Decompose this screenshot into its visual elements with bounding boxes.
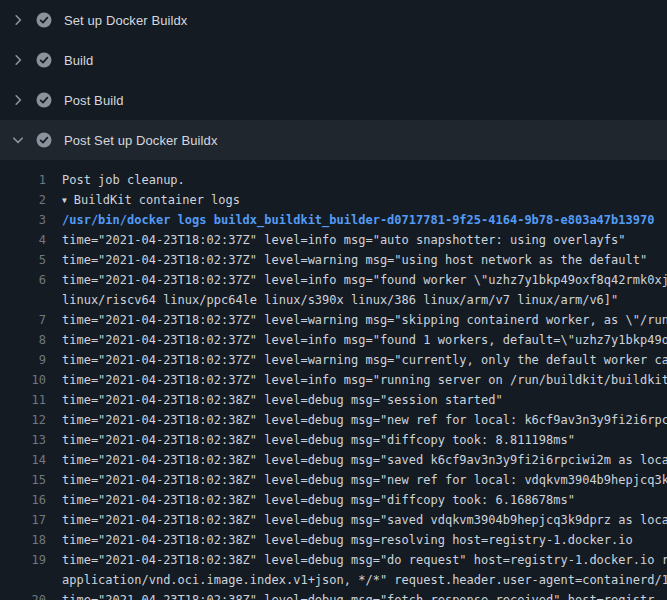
log-text: time="2021-04-23T18:02:38Z" level=debug … bbox=[62, 450, 667, 470]
log-line-wrap: linux/riscv64 linux/ppc64le linux/s390x … bbox=[0, 290, 667, 310]
log-text: application/vnd.oci.image.index.v1+json,… bbox=[62, 570, 667, 590]
log-line: 4 time="2021-04-23T18:02:37Z" level=info… bbox=[0, 230, 667, 250]
log-line: 7 time="2021-04-23T18:02:37Z" level=warn… bbox=[0, 310, 667, 330]
actions-log-viewer: Set up Docker Buildx Build Post Build bbox=[0, 0, 667, 600]
line-number bbox=[0, 570, 46, 590]
check-circle-icon bbox=[36, 12, 52, 28]
step-header-post-build[interactable]: Post Build bbox=[0, 80, 667, 120]
log-text: time="2021-04-23T18:02:37Z" level=warnin… bbox=[62, 310, 667, 330]
line-number[interactable]: 8 bbox=[0, 330, 46, 350]
log-text: time="2021-04-23T18:02:38Z" level=debug … bbox=[62, 510, 667, 530]
log-line: 12 time="2021-04-23T18:02:38Z" level=deb… bbox=[0, 410, 667, 430]
line-number[interactable]: 6 bbox=[0, 270, 46, 290]
log-text: ▼BuildKit container logs bbox=[62, 190, 240, 210]
log-text: /usr/bin/docker logs buildx_buildkit_bui… bbox=[62, 210, 654, 230]
log-line-command: 3 /usr/bin/docker logs buildx_buildkit_b… bbox=[0, 210, 667, 230]
line-number[interactable]: 11 bbox=[0, 390, 46, 410]
line-number[interactable]: 19 bbox=[0, 550, 46, 570]
step-label: Set up Docker Buildx bbox=[64, 13, 187, 28]
step-label: Post Set up Docker Buildx bbox=[64, 133, 218, 148]
step-header-post-set-up-docker-buildx[interactable]: Post Set up Docker Buildx bbox=[0, 120, 667, 160]
log-line: 16 time="2021-04-23T18:02:38Z" level=deb… bbox=[0, 490, 667, 510]
log-text: time="2021-04-23T18:02:38Z" level=debug … bbox=[62, 430, 575, 450]
log-line: 17 time="2021-04-23T18:02:38Z" level=deb… bbox=[0, 510, 667, 530]
log-text: time="2021-04-23T18:02:38Z" level=debug … bbox=[62, 590, 654, 600]
step-label: Build bbox=[64, 53, 93, 68]
check-circle-icon bbox=[36, 132, 52, 148]
log-text: time="2021-04-23T18:02:37Z" level=warnin… bbox=[62, 250, 647, 270]
steps-list: Set up Docker Buildx Build Post Build bbox=[0, 0, 667, 160]
check-circle-icon bbox=[36, 92, 52, 108]
group-label: BuildKit container logs bbox=[74, 193, 240, 207]
log-text: time="2021-04-23T18:02:38Z" level=debug … bbox=[62, 490, 575, 510]
log-line: 8 time="2021-04-23T18:02:37Z" level=info… bbox=[0, 330, 667, 350]
log-line: 5 time="2021-04-23T18:02:37Z" level=warn… bbox=[0, 250, 667, 270]
log-text: time="2021-04-23T18:02:38Z" level=debug … bbox=[62, 470, 667, 490]
log-text: time="2021-04-23T18:02:38Z" level=debug … bbox=[62, 550, 667, 570]
line-number[interactable]: 9 bbox=[0, 350, 46, 370]
line-number[interactable]: 5 bbox=[0, 250, 46, 270]
log-text: time="2021-04-23T18:02:37Z" level=warnin… bbox=[62, 350, 667, 370]
line-number[interactable]: 13 bbox=[0, 430, 46, 450]
log-line: 20 time="2021-04-23T18:02:38Z" level=deb… bbox=[0, 590, 667, 600]
line-number[interactable]: 16 bbox=[0, 490, 46, 510]
line-number[interactable]: 17 bbox=[0, 510, 46, 530]
line-number[interactable]: 1 bbox=[0, 170, 46, 190]
log-text: time="2021-04-23T18:02:37Z" level=info m… bbox=[62, 330, 667, 350]
log-text: Post job cleanup. bbox=[62, 170, 185, 190]
log-line-group[interactable]: 2 ▼BuildKit container logs bbox=[0, 190, 667, 210]
chevron-right-icon bbox=[10, 12, 26, 28]
line-number[interactable]: 2 bbox=[0, 190, 46, 210]
log-line: 13 time="2021-04-23T18:02:38Z" level=deb… bbox=[0, 430, 667, 450]
line-number[interactable]: 14 bbox=[0, 450, 46, 470]
line-number[interactable]: 18 bbox=[0, 530, 46, 550]
log-text: time="2021-04-23T18:02:37Z" level=info m… bbox=[62, 370, 667, 390]
line-number[interactable]: 7 bbox=[0, 310, 46, 330]
step-header-set-up-docker-buildx[interactable]: Set up Docker Buildx bbox=[0, 0, 667, 40]
log-text: time="2021-04-23T18:02:38Z" level=debug … bbox=[62, 410, 667, 430]
line-number[interactable]: 12 bbox=[0, 410, 46, 430]
line-number bbox=[0, 290, 46, 310]
log-text: time="2021-04-23T18:02:38Z" level=debug … bbox=[62, 390, 503, 410]
line-number[interactable]: 3 bbox=[0, 210, 46, 230]
group-collapse-triangle-icon: ▼ bbox=[62, 191, 67, 210]
log-line: 18 time="2021-04-23T18:02:38Z" level=deb… bbox=[0, 530, 667, 550]
log-line: 19 time="2021-04-23T18:02:38Z" level=deb… bbox=[0, 550, 667, 570]
log-text: time="2021-04-23T18:02:37Z" level=info m… bbox=[62, 230, 626, 250]
line-number[interactable]: 15 bbox=[0, 470, 46, 490]
log-text: time="2021-04-23T18:02:38Z" level=debug … bbox=[62, 530, 633, 550]
log-line: 10 time="2021-04-23T18:02:37Z" level=inf… bbox=[0, 370, 667, 390]
log-line: 6 time="2021-04-23T18:02:37Z" level=info… bbox=[0, 270, 667, 290]
line-number[interactable]: 20 bbox=[0, 590, 46, 600]
log-line: 9 time="2021-04-23T18:02:37Z" level=warn… bbox=[0, 350, 667, 370]
chevron-down-icon bbox=[10, 132, 26, 148]
log-line-wrap: application/vnd.oci.image.index.v1+json,… bbox=[0, 570, 667, 590]
check-circle-icon bbox=[36, 52, 52, 68]
chevron-right-icon bbox=[10, 92, 26, 108]
step-label: Post Build bbox=[64, 93, 124, 108]
log-container[interactable]: 1 Post job cleanup. 2 ▼BuildKit containe… bbox=[0, 160, 667, 600]
line-number[interactable]: 10 bbox=[0, 370, 46, 390]
log-line: 14 time="2021-04-23T18:02:38Z" level=deb… bbox=[0, 450, 667, 470]
log-text: time="2021-04-23T18:02:37Z" level=info m… bbox=[62, 270, 667, 290]
log-text: linux/riscv64 linux/ppc64le linux/s390x … bbox=[62, 290, 618, 310]
log-line: 1 Post job cleanup. bbox=[0, 170, 667, 190]
step-header-build[interactable]: Build bbox=[0, 40, 667, 80]
line-number[interactable]: 4 bbox=[0, 230, 46, 250]
chevron-right-icon bbox=[10, 52, 26, 68]
log-line: 11 time="2021-04-23T18:02:38Z" level=deb… bbox=[0, 390, 667, 410]
log-line: 15 time="2021-04-23T18:02:38Z" level=deb… bbox=[0, 470, 667, 490]
